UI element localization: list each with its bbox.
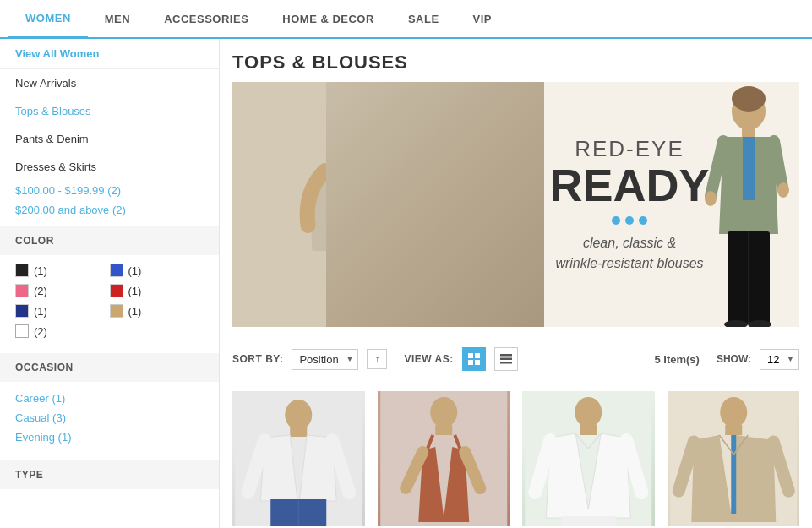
sidebar-item-pants-denim[interactable]: Pants & Denim	[0, 125, 219, 153]
color-swatch-navy	[15, 304, 29, 318]
banner-figure-svg	[232, 82, 544, 327]
sidebar-item-dresses-skirts[interactable]: Dresses & Skirts	[0, 153, 219, 181]
color-count-pink: (2)	[34, 285, 47, 297]
svg-rect-16	[468, 353, 473, 358]
color-swatch-blue	[110, 264, 123, 277]
price-range-1-label: $100.00 - $199.99	[15, 184, 105, 197]
banner-dots	[550, 216, 710, 225]
occasion-count-casual: (3)	[52, 411, 66, 424]
product-4-svg	[668, 391, 800, 526]
svg-rect-18	[468, 360, 473, 365]
svg-rect-36	[561, 516, 615, 526]
product-card-2[interactable]	[378, 391, 510, 526]
product-image-3	[522, 391, 655, 526]
occasion-link-evening[interactable]: Evening (1)	[15, 431, 72, 444]
color-count-tan: (1)	[128, 305, 142, 318]
banner-title: READY	[550, 162, 710, 208]
color-item-pink[interactable]: (2)	[15, 284, 110, 297]
occasion-link-career[interactable]: Career (1)	[15, 392, 65, 405]
product-grid	[232, 391, 799, 526]
product-card-4[interactable]	[668, 391, 800, 526]
product-1-svg	[232, 391, 365, 526]
sort-select-wrapper: Position Name Price	[292, 349, 358, 370]
nav-item-vip[interactable]: VIP	[456, 1, 509, 37]
product-image-4	[668, 391, 800, 526]
occasion-item-evening: Evening (1)	[15, 427, 204, 447]
product-card-1[interactable]	[232, 391, 365, 526]
svg-point-10	[705, 191, 717, 206]
svg-point-2	[368, 90, 410, 124]
banner-dot-1	[612, 216, 620, 225]
banner-text: RED-EYE READY clean, classic &wrinkle-re…	[544, 82, 799, 327]
color-section-title: COLOR	[0, 226, 219, 255]
page-title: TOPS & BLOUSES	[232, 39, 799, 82]
sort-by-label: SORT BY:	[232, 353, 283, 365]
product-image-2	[378, 391, 510, 526]
view-grid-button[interactable]	[462, 347, 486, 371]
color-item-tan[interactable]: (1)	[110, 304, 204, 318]
occasion-item-casual: Casual (3)	[15, 408, 204, 427]
svg-rect-39	[725, 425, 742, 435]
show-label: SHOW:	[717, 353, 751, 365]
banner: RED-EYE READY clean, classic &wrinkle-re…	[232, 82, 799, 327]
price-range-1-link[interactable]: $100.00 - $199.99 (2)	[15, 184, 121, 197]
sidebar: View All Women New Arrivals Tops & Blous…	[0, 39, 220, 528]
svg-rect-8	[742, 127, 755, 137]
price-range-2-count: (2)	[112, 204, 126, 216]
svg-rect-5	[359, 247, 418, 327]
nav-item-accessories[interactable]: ACCESSORIES	[147, 1, 265, 37]
nav-item-men[interactable]: MEN	[88, 1, 147, 37]
product-card-3[interactable]	[522, 391, 655, 526]
color-item-navy[interactable]: (1)	[15, 304, 110, 318]
occasion-count-evening: (1)	[58, 431, 72, 444]
banner-description: clean, classic &wrinkle-resistant blouse…	[550, 233, 710, 274]
svg-point-24	[285, 400, 312, 430]
sidebar-item-new-arrivals[interactable]: New Arrivals	[0, 69, 219, 97]
product-2-svg	[378, 391, 510, 526]
type-section-title: TYPE	[0, 460, 219, 489]
svg-rect-9	[743, 137, 755, 200]
color-count-red: (1)	[128, 285, 142, 297]
svg-rect-22	[500, 362, 512, 364]
nav-item-home-decor[interactable]: HOME & DECOR	[265, 1, 391, 37]
color-item-blue[interactable]: (1)	[110, 264, 204, 277]
color-item-black[interactable]: (1)	[15, 264, 110, 277]
svg-rect-20	[500, 354, 512, 357]
svg-rect-4	[379, 151, 399, 168]
show-select-wrapper: 12 24 36	[760, 349, 799, 370]
sort-direction-button[interactable]: ↑	[367, 349, 387, 369]
product-3-svg	[522, 391, 655, 526]
svg-rect-21	[500, 358, 512, 361]
sidebar-item-tops-blouses[interactable]: Tops & Blouses	[0, 97, 219, 125]
svg-point-3	[384, 93, 410, 113]
color-swatch-pink	[15, 284, 29, 297]
nav-item-women[interactable]: WOMEN	[8, 0, 88, 39]
price-range-2-link[interactable]: $200.00 and above (2)	[15, 204, 126, 216]
svg-rect-30	[435, 425, 452, 435]
occasion-label-career: Career	[15, 392, 49, 405]
color-item-red[interactable]: (1)	[110, 284, 204, 297]
sidebar-view-all[interactable]: View All Women	[0, 39, 219, 69]
view-as-label: VIEW AS:	[404, 353, 453, 365]
svg-rect-17	[475, 353, 480, 358]
top-nav: WOMEN MEN ACCESSORIES HOME & DECOR SALE …	[0, 0, 812, 39]
sort-select[interactable]: Position Name Price	[292, 349, 358, 370]
color-swatch-tan	[110, 304, 123, 318]
show-select[interactable]: 12 24 36	[760, 349, 799, 370]
nav-item-sale[interactable]: SALE	[391, 1, 456, 37]
price-filter-2: $200.00 and above (2)	[0, 200, 219, 220]
grid-icon	[468, 353, 480, 365]
banner-dot-2	[625, 216, 634, 225]
svg-rect-25	[290, 427, 307, 437]
svg-point-1	[362, 99, 416, 158]
color-count-navy: (1)	[34, 305, 47, 318]
occasion-section-title: OCCASION	[0, 353, 219, 382]
occasion-label-casual: Casual	[15, 411, 49, 424]
view-list-button[interactable]	[494, 347, 518, 371]
color-count-white: (2)	[34, 325, 47, 338]
svg-rect-0	[241, 82, 537, 327]
color-item-white[interactable]: (2)	[15, 324, 110, 338]
color-count-black: (1)	[34, 264, 47, 277]
occasion-label-evening: Evening	[15, 431, 55, 444]
occasion-link-casual[interactable]: Casual (3)	[15, 411, 66, 424]
